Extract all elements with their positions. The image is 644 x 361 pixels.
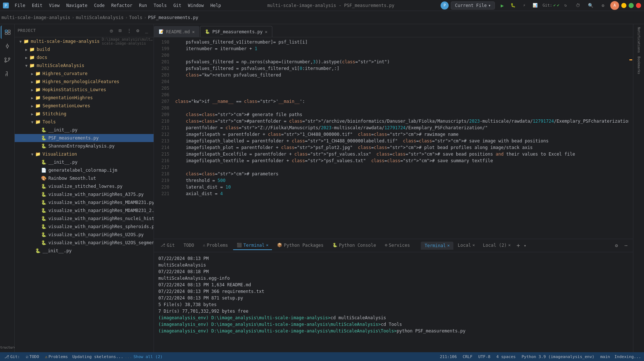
tree-root[interactable]: ▼ 📁 multi-scale-image-analysis D:\image_…	[15, 37, 154, 45]
menu-window[interactable]: Window	[185, 2, 207, 9]
tree-item-colormap[interactable]: ▶ 📄 generatelabel_colormap.ijm	[15, 166, 154, 174]
tab-readme[interactable]: 📝 README.md ✕	[154, 26, 199, 37]
tab-psf[interactable]: 🐍 PSF_measurements.py ✕	[200, 26, 272, 37]
tree-item-multiscale[interactable]: ▼ 📁 multiScaleAnalysis	[15, 62, 154, 70]
tree-item-psf[interactable]: ▶ 🐍 PSF_measurements.py	[15, 134, 154, 142]
terminal-output[interactable]: 07/22/2024 08:13 PM multiScaleAnalysis07…	[154, 252, 633, 352]
tree-item-vis-nuclei[interactable]: ▶ 🐍 visualize_with_napariHighRes_nuclei_…	[15, 215, 154, 223]
run-button[interactable]: ▶	[497, 0, 507, 11]
tab-psf-close[interactable]: ✕	[265, 29, 268, 34]
terminal-options-button[interactable]: ⋯	[622, 242, 630, 250]
status-problems[interactable]: ⚠ Problems	[44, 354, 70, 359]
status-todo[interactable]: ☑ TODO	[25, 354, 41, 359]
menu-navigate[interactable]: Navigate	[63, 2, 91, 9]
git-update-button[interactable]: ↻	[560, 0, 571, 11]
breadcrumb-file[interactable]: PSF_measurements.py	[148, 15, 198, 20]
tree-item-visualization[interactable]: ▼ 📁 Visualization	[15, 150, 154, 158]
current-file-button[interactable]: Current File ▾	[451, 1, 495, 10]
terminal-tab-close[interactable]: ✕	[266, 243, 269, 248]
debug-button[interactable]: 🐛	[508, 0, 518, 11]
tree-item-stitching[interactable]: ▶ 📁 Stitching	[15, 110, 154, 118]
tree-item-init-multiscale[interactable]: ▶ 🐍 __init__.py	[15, 247, 154, 255]
bottom-tab-python-packages[interactable]: 📦 Python Packages	[273, 241, 327, 250]
status-indent[interactable]: 4 spaces	[495, 354, 517, 359]
locate-file-button[interactable]: ◎	[107, 27, 115, 35]
tree-item-init-vis[interactable]: ▶ 🐍 __init__.py	[15, 158, 154, 166]
minimize-button[interactable]: ─	[621, 3, 626, 8]
tree-item-seg-lowres[interactable]: ▶ 📁 SegmentationLowres	[15, 102, 154, 110]
menu-git[interactable]: Git	[170, 2, 184, 9]
history-button[interactable]: ⏱	[573, 0, 583, 11]
sidebar-item-pull-requests[interactable]	[1, 53, 14, 67]
search-button[interactable]: 🔍	[585, 0, 596, 11]
close-button[interactable]: ✕	[636, 3, 641, 8]
tree-item-hopkins[interactable]: ▶ 📁 HopkinsStatistics_Lowres	[15, 86, 154, 94]
menu-run[interactable]: Run	[136, 2, 150, 9]
scrollbar-gutter[interactable]	[629, 37, 633, 239]
tree-item-tools[interactable]: ▼ 📁 Tools	[15, 118, 154, 126]
terminal-sub-local2[interactable]: Local ✕	[454, 241, 479, 250]
menu-refactor[interactable]: Refactor	[108, 2, 135, 9]
tree-item-init-tools[interactable]: ▶ 🐍 __init__.py	[15, 126, 154, 134]
panel-settings-button[interactable]: ⚙	[134, 27, 142, 35]
show-all-link[interactable]: Show all (2)	[133, 354, 162, 359]
sidebar-item-structure[interactable]: Structure	[1, 344, 14, 351]
tree-item-build[interactable]: ▶ 📁 build	[15, 45, 154, 53]
tree-item-highres-curvature[interactable]: ▶ 📁 Highres_curvature	[15, 70, 154, 78]
tree-item-vis-u2os[interactable]: ▶ 🐍 visualize_with_napariHighRes_U2OS.py	[15, 231, 154, 239]
sidebar-right-notifications[interactable]: Notifications	[636, 26, 641, 54]
terminal-dropdown-button[interactable]: ▾	[522, 243, 528, 248]
menu-view[interactable]: View	[46, 2, 63, 9]
profile-button[interactable]: 📊	[530, 0, 540, 11]
bottom-tab-python-console[interactable]: 🐍 Python Console	[329, 241, 380, 250]
tree-item-vis-mdamb231-2[interactable]: ▶ 🐍 visualize_with_napariHighRes_MDAMB23…	[15, 206, 154, 215]
breadcrumb-module[interactable]: multiScaleAnalysis	[76, 15, 124, 20]
status-git-branch[interactable]: ⎇ Git:	[3, 354, 22, 359]
status-layout[interactable]: main	[599, 354, 612, 359]
profile-icon[interactable]: P	[441, 1, 449, 10]
terminal-sub-local[interactable]: Terminal ✕	[421, 242, 453, 250]
tree-item-lut[interactable]: ▶ 🎨 Rainbow Smooth.lut	[15, 174, 154, 182]
terminal-local3-close[interactable]: ✕	[508, 243, 511, 248]
tree-item-highres-morpho[interactable]: ▶ 📁 Highres_morphologicalFeatures	[15, 78, 154, 86]
breadcrumb-folder[interactable]: Tools	[129, 15, 142, 20]
status-crlf[interactable]: CRLF	[461, 354, 474, 359]
tree-item-shannon[interactable]: ▶ 🐍 ShannonEntropyAnalysis.py	[15, 142, 154, 150]
tree-item-docs[interactable]: ▶ 📁 docs	[15, 53, 154, 62]
add-terminal-button[interactable]: +	[515, 242, 522, 249]
bottom-tab-todo[interactable]: TODO	[180, 241, 198, 250]
settings-button[interactable]: ⚙	[598, 0, 608, 11]
terminal-local-close[interactable]: ✕	[447, 243, 450, 248]
panel-options-button[interactable]: ⋮	[125, 27, 133, 35]
sidebar-right-bookmarks[interactable]: Bookmarks	[636, 55, 641, 76]
sidebar-item-commit[interactable]	[1, 40, 14, 53]
menu-tools[interactable]: Tools	[151, 2, 170, 9]
status-line-col[interactable]: 211:106	[438, 354, 458, 359]
status-python[interactable]: Python 3.9 (imageanalysis_env)	[520, 354, 596, 359]
coverage-button[interactable]: ⚡	[519, 0, 529, 11]
sidebar-item-merge[interactable]	[1, 67, 14, 81]
bottom-tab-problems[interactable]: ⚠ Problems	[199, 241, 232, 250]
collapse-all-button[interactable]: ⊟	[116, 27, 124, 35]
tree-item-vis-spheroids[interactable]: ▶ 🐍 visualize_with_napariHighRes_spheroi…	[15, 223, 154, 231]
terminal-local2-close[interactable]: ✕	[472, 243, 475, 248]
maximize-button[interactable]: □	[629, 3, 634, 8]
breadcrumb-project[interactable]: multi-scale-image-analysis	[1, 15, 70, 20]
terminal-settings-button[interactable]: ⚙	[612, 242, 621, 250]
panel-minimize-button[interactable]: _	[143, 27, 151, 35]
tree-item-vis-mdamb231[interactable]: ▶ 🐍 visualize_with_napariHighRes_MDAMB23…	[15, 198, 154, 206]
bottom-tab-terminal[interactable]: ⬛ Terminal ✕	[233, 241, 272, 250]
tree-item-seg-highres[interactable]: ▶ 📁 SegmentationHighres	[15, 94, 154, 102]
tree-item-vis-stitched[interactable]: ▶ 🐍 visualize_stitched_lowres.py	[15, 182, 154, 190]
sidebar-item-project[interactable]	[1, 26, 14, 39]
terminal-sub-local3[interactable]: Local (2) ✕	[479, 241, 515, 250]
code-content[interactable]: psfvalues_filtered_v1[iternumber]= psf_l…	[172, 37, 629, 239]
bottom-tab-git[interactable]: ⎇ Git	[157, 241, 179, 250]
menu-help[interactable]: Help	[207, 2, 224, 9]
menu-edit[interactable]: Edit	[29, 2, 45, 9]
tree-item-vis-a375[interactable]: ▶ 🐍 visualize_with_napariHighRes_A375.py	[15, 190, 154, 198]
tree-item-vis-u2os-seg[interactable]: ▶ 🐍 visualize_with_napariHighRes_U2OS_se…	[15, 239, 154, 247]
bottom-tab-services[interactable]: ⚙ Services	[381, 241, 413, 250]
status-encoding[interactable]: UTF-8	[477, 354, 492, 359]
menu-code[interactable]: Code	[91, 2, 108, 9]
